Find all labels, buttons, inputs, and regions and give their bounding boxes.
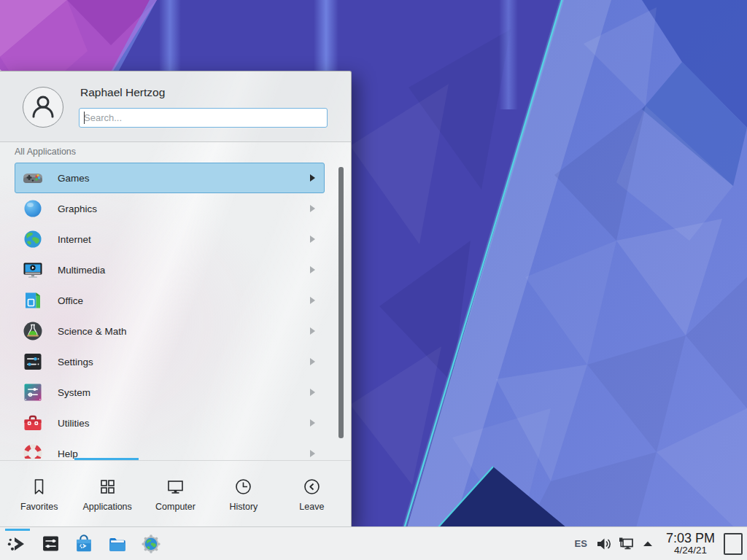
user-avatar[interactable]: [23, 87, 63, 128]
category-multimedia[interactable]: Multimedia: [15, 254, 325, 285]
category-utilities[interactable]: Utilities: [15, 408, 325, 438]
submenu-arrow-icon: [310, 389, 315, 396]
applications-icon: [98, 477, 117, 497]
taskbar-web-browser-button[interactable]: [134, 528, 168, 560]
category-help[interactable]: Help: [15, 438, 325, 459]
user-icon: [27, 91, 59, 123]
tab-favorites[interactable]: Favorites: [5, 461, 73, 528]
tab-label: Favorites: [20, 502, 58, 512]
taskbar-panel: ES: [0, 526, 747, 560]
kde-kickoff-icon: [6, 533, 28, 555]
chevron-up-icon: [642, 538, 654, 550]
category-label: Internet: [58, 234, 91, 245]
science-icon: [21, 319, 44, 343]
section-label: All Applications: [15, 147, 76, 157]
submenu-arrow-icon: [310, 174, 315, 182]
settings-icon: [21, 350, 44, 373]
tab-leave[interactable]: Leave: [278, 461, 346, 528]
multimedia-icon: [21, 258, 44, 281]
category-label: Utilities: [58, 418, 90, 429]
tab-applications[interactable]: Applications: [73, 461, 141, 528]
category-games[interactable]: Games: [15, 163, 325, 193]
network-button[interactable]: [615, 528, 637, 560]
category-label: Graphics: [58, 203, 97, 214]
tray-expander-button[interactable]: [637, 528, 659, 560]
submenu-arrow-icon: [310, 236, 315, 243]
category-label: Office: [58, 295, 83, 306]
tab-history[interactable]: History: [209, 461, 277, 528]
tab-computer[interactable]: Computer: [142, 461, 209, 528]
clock-time: 7:03 PM: [666, 532, 715, 545]
application-category-list: Games Graphics: [15, 163, 325, 459]
games-icon: [21, 166, 44, 190]
favorites-icon: [29, 477, 49, 497]
system-tray: ES: [569, 527, 747, 560]
active-tab-indicator: [74, 458, 139, 460]
category-label: Games: [58, 173, 90, 184]
clock-date: 4/24/21: [674, 545, 707, 556]
volume-button[interactable]: [593, 528, 615, 560]
user-name: Raphael Hertzog: [80, 86, 165, 99]
leave-icon: [302, 477, 322, 497]
show-desktop-button[interactable]: [724, 533, 743, 555]
internet-icon: [21, 228, 44, 251]
search-input[interactable]: [79, 108, 328, 128]
category-settings[interactable]: Settings: [15, 346, 325, 377]
category-label: Settings: [58, 357, 93, 368]
wired-network-icon: [617, 535, 635, 553]
folder-icon: [107, 533, 128, 555]
globe-gear-icon: [140, 533, 162, 555]
search-field-wrap: [79, 108, 328, 128]
application-launcher-menu: Raphael Hertzog All Applications: [0, 71, 352, 528]
category-system[interactable]: System: [15, 377, 325, 408]
taskbar-discover-button[interactable]: [67, 528, 101, 560]
utilities-icon: [21, 411, 44, 435]
graphics-icon: [21, 197, 44, 220]
submenu-arrow-icon: [310, 358, 315, 365]
submenu-arrow-icon: [310, 266, 315, 273]
office-icon: [21, 289, 44, 312]
category-graphics[interactable]: Graphics: [15, 193, 325, 224]
computer-icon: [166, 477, 185, 497]
submenu-arrow-icon: [310, 327, 315, 335]
submenu-arrow-icon: [310, 450, 315, 457]
submenu-arrow-icon: [310, 419, 315, 427]
submenu-arrow-icon: [310, 205, 315, 212]
list-scrollbar[interactable]: [338, 167, 344, 438]
digital-clock[interactable]: 7:03 PM 4/24/21: [659, 532, 722, 556]
category-label: Multimedia: [58, 265, 105, 276]
speaker-icon: [595, 535, 613, 553]
help-icon: [21, 442, 44, 459]
application-launcher-button[interactable]: [0, 528, 34, 560]
system-icon: [21, 381, 44, 404]
text-caret: [84, 112, 85, 124]
category-internet[interactable]: Internet: [15, 224, 325, 254]
sliders-icon: [40, 533, 61, 554]
tab-label: History: [229, 502, 258, 512]
category-label: Help: [58, 448, 78, 459]
tab-label: Applications: [82, 502, 131, 512]
launcher-active-indicator: [5, 529, 30, 531]
tab-label: Leave: [299, 502, 324, 512]
submenu-arrow-icon: [310, 297, 315, 304]
menu-tab-bar: Favorites Applications: [0, 460, 351, 528]
desktop: Raphael Hertzog All Applications: [0, 0, 747, 560]
tab-label: Computer: [155, 502, 196, 512]
keyboard-layout-indicator[interactable]: ES: [569, 538, 593, 549]
menu-header: Raphael Hertzog: [0, 71, 351, 142]
shopping-bag-icon: [73, 533, 95, 555]
category-label: Science & Math: [58, 326, 127, 337]
category-office[interactable]: Office: [15, 285, 325, 316]
history-icon: [233, 477, 253, 497]
taskbar-system-settings-button[interactable]: [34, 528, 67, 560]
taskbar-file-manager-button[interactable]: [101, 528, 134, 560]
category-label: System: [58, 387, 90, 398]
category-science-math[interactable]: Science & Math: [15, 316, 325, 346]
